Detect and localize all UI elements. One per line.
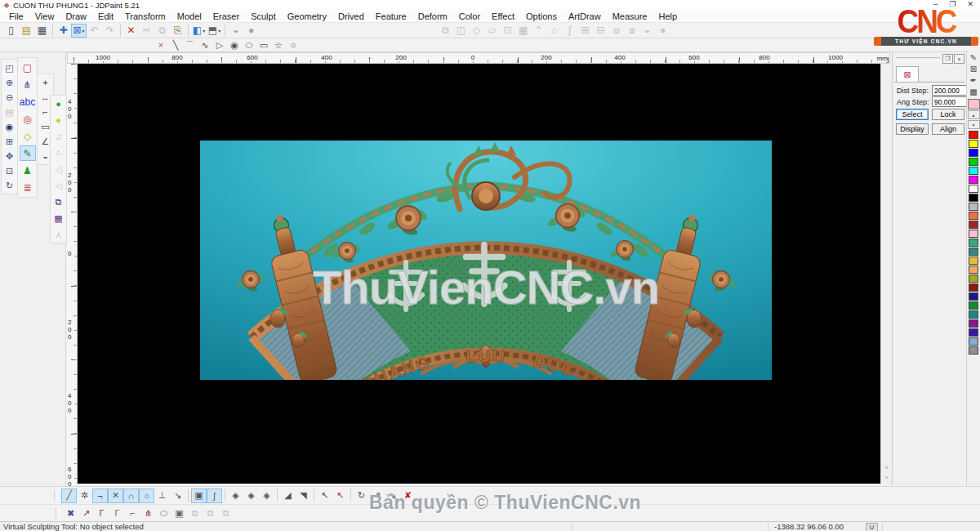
color-swatch[interactable] xyxy=(969,203,978,211)
circle-icon[interactable]: ○ xyxy=(286,39,301,51)
light-dim-icon[interactable]: ● xyxy=(51,114,65,127)
pencil-icon[interactable]: ✎ xyxy=(968,52,979,63)
arc-icon[interactable]: ⌒ xyxy=(183,39,198,51)
scroll-down-icon[interactable]: ˅ xyxy=(882,463,891,472)
color-swatch[interactable] xyxy=(969,140,978,148)
color-swatch[interactable] xyxy=(969,292,978,301)
snap-corner-icon[interactable]: ¬ xyxy=(92,489,108,503)
add-vertex-icon[interactable]: + xyxy=(38,76,52,89)
menu-item[interactable]: Deform xyxy=(412,11,453,21)
sculpt-tool-icon[interactable]: ✎ xyxy=(20,145,36,161)
layers-icon[interactable]: ⧉ xyxy=(51,195,65,208)
color-swatch[interactable] xyxy=(969,346,978,355)
mirror-icon[interactable]: ◫ xyxy=(453,24,469,38)
skew-icon[interactable]: ▱ xyxy=(484,24,500,38)
redo-icon[interactable]: ↷ xyxy=(102,24,118,38)
blend-c-icon[interactable]: ◈ xyxy=(259,489,274,503)
color-swatch[interactable] xyxy=(969,221,978,229)
rect-icon[interactable]: ▭ xyxy=(256,39,271,51)
menu-item[interactable]: Measure xyxy=(607,11,653,21)
height-ruler-icon[interactable]: ≣ xyxy=(20,180,36,195)
delete-icon[interactable]: ✕ xyxy=(123,24,139,38)
view-eye-icon[interactable]: ◉ xyxy=(2,120,16,133)
panel-grabber[interactable] xyxy=(896,57,940,61)
menu-item[interactable]: File xyxy=(3,11,29,21)
ang-step-input[interactable] xyxy=(932,96,971,107)
color-swatch[interactable] xyxy=(969,274,978,283)
lock-button[interactable]: Lock xyxy=(932,109,964,120)
corner-sharp-icon[interactable]: Γ xyxy=(94,506,109,520)
save-icon[interactable]: ▦ xyxy=(34,24,50,38)
trowel-a-icon[interactable]: ◢ xyxy=(280,489,296,503)
snap-arc-icon[interactable]: ∩ xyxy=(123,489,139,503)
refresh-view-icon[interactable]: ↻ xyxy=(2,179,16,192)
sound-icon[interactable]: ♫ xyxy=(51,130,65,143)
spin-icon[interactable]: ↻ xyxy=(354,489,369,503)
blend-b-icon[interactable]: ◈ xyxy=(243,489,259,503)
snap-vertex-icon[interactable]: ✲ xyxy=(77,489,92,503)
snap-spline-icon[interactable]: ʃ xyxy=(207,489,222,503)
color-swatch[interactable] xyxy=(969,167,978,175)
ridge-icon[interactable]: ⌃ xyxy=(531,24,546,38)
points-icon[interactable]: ⁘ xyxy=(51,146,65,159)
trowel-b-icon[interactable]: ◥ xyxy=(296,489,311,503)
pan-crosshair-icon[interactable]: ✚ xyxy=(56,24,71,38)
zoom-in-icon[interactable]: ⊕ xyxy=(2,76,16,89)
canvas[interactable]: QUANG LUU DUC ThuVienCNC.vn xyxy=(78,64,880,484)
zoom-out-icon[interactable]: ⊖ xyxy=(2,91,16,104)
view-pages-icon[interactable]: ▤ xyxy=(2,105,16,118)
marquee-tool-icon[interactable]: ▢ xyxy=(20,60,36,75)
blend-a-icon[interactable]: ◈ xyxy=(228,489,243,503)
flatten-icon[interactable]: ⊟ xyxy=(593,24,608,38)
light-on-icon[interactable]: ● xyxy=(51,97,65,110)
comb-icon[interactable]: ⋔ xyxy=(140,506,156,520)
ring-tool-icon[interactable]: ◎ xyxy=(20,111,36,127)
cut-icon[interactable]: ✂ xyxy=(139,24,154,38)
menu-item[interactable]: Color xyxy=(453,11,486,21)
new-icon[interactable]: ▯ xyxy=(3,24,19,38)
fill-color-icon[interactable]: ◧ xyxy=(191,24,207,38)
menu-item[interactable]: View xyxy=(29,11,60,21)
menu-item[interactable]: Help xyxy=(653,11,683,21)
menu-item[interactable]: Geometry xyxy=(282,11,332,21)
color-swatch[interactable] xyxy=(969,283,978,292)
menu-item[interactable]: Effect xyxy=(486,11,520,21)
open-folder-icon[interactable]: ▤ xyxy=(19,24,34,38)
color-swatch[interactable] xyxy=(969,337,978,346)
color-swatch[interactable] xyxy=(969,158,978,166)
color-swatch[interactable] xyxy=(969,230,978,238)
snap-grid-icon[interactable]: ▣ xyxy=(191,489,207,503)
display-button[interactable]: Display xyxy=(896,123,929,135)
pan-view-icon[interactable]: ✥ xyxy=(2,149,16,163)
color-swatch[interactable] xyxy=(969,239,978,247)
array-icon[interactable]: ▦ xyxy=(515,24,531,38)
align-button[interactable]: Align xyxy=(932,123,964,135)
menu-item[interactable]: Options xyxy=(520,11,563,21)
snap-cross-icon[interactable]: ✕ xyxy=(108,489,123,503)
slot-icon[interactable]: ⬭ xyxy=(156,506,172,520)
snap-free-icon[interactable]: ╱ xyxy=(61,489,77,503)
current-color-swatch[interactable] xyxy=(968,99,980,109)
pattern-icon[interactable]: ▩ xyxy=(968,87,979,97)
pick-remove-icon[interactable]: ↖ xyxy=(317,489,332,503)
palette-scroll-up[interactable]: ▲ xyxy=(968,110,980,119)
group-icon[interactable]: ⧈ xyxy=(608,24,624,38)
unit-toggle-button[interactable]: U xyxy=(866,523,878,531)
copy-b-icon[interactable]: ⧉ xyxy=(203,506,218,520)
trace-rect-icon[interactable]: ⌐ xyxy=(125,506,140,520)
corner-round-icon[interactable]: Γ xyxy=(109,506,125,520)
combine-icon[interactable]: ⧇ xyxy=(624,24,639,38)
scroll-right-icon[interactable]: ˃ xyxy=(882,473,891,482)
menu-item[interactable]: Edit xyxy=(92,11,119,21)
table-icon[interactable]: ▦ xyxy=(51,212,65,225)
prev-icon[interactable]: ◁ xyxy=(51,163,65,176)
view-mode-icon[interactable]: ⬒ xyxy=(207,24,222,38)
lamp-full-icon[interactable]: ● xyxy=(655,24,670,38)
panel-tab[interactable]: ⊠ xyxy=(896,66,919,83)
color-swatch[interactable] xyxy=(969,194,978,202)
vertex-add-icon[interactable]: ↗ xyxy=(78,506,94,520)
copy-a-icon[interactable]: ⧉ xyxy=(187,506,203,520)
zoom-region-icon[interactable]: ⊞ xyxy=(2,135,16,148)
frame-center-icon[interactable]: ▣ xyxy=(172,506,187,520)
color-swatch[interactable] xyxy=(969,257,978,265)
